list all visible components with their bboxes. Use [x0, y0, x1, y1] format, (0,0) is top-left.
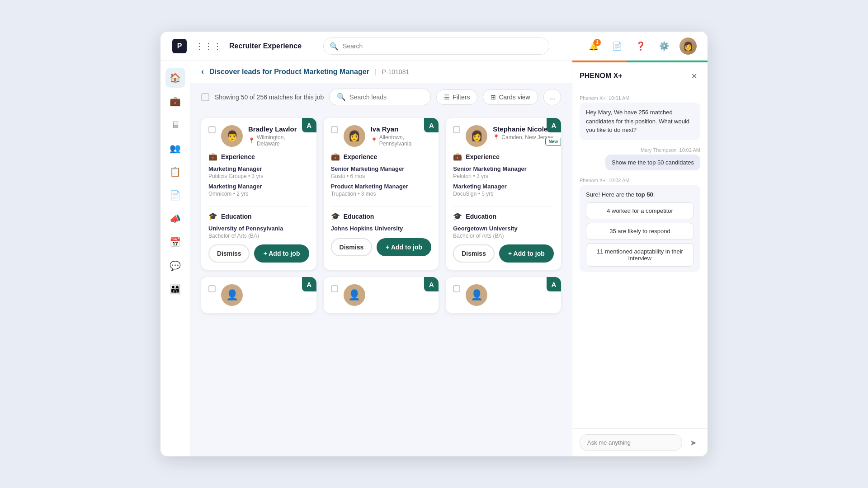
filters-button[interactable]: ☰ Filters: [436, 89, 477, 105]
candidate-avatar: 👨: [221, 125, 243, 147]
sidebar-item-jobs[interactable]: 💼: [165, 91, 185, 111]
grade-badge: A: [302, 118, 316, 132]
add-to-job-button[interactable]: + Add to job: [499, 244, 554, 263]
search-leads-input[interactable]: [349, 94, 423, 101]
job-entry: Senior Marketing Manager Peloton • 3 yrs: [453, 165, 554, 179]
insight-button-respond[interactable]: 35 are likely to respond: [586, 223, 694, 239]
main-body: 🏠 💼 🖥 👥 📋 📄 📣 📅 💬 👨‍👩‍👧 ‹ Discover leads…: [160, 61, 708, 456]
avatar[interactable]: 👩: [679, 38, 697, 55]
candidates-row-2: 👤 A 👤 A 👤: [201, 277, 561, 313]
candidate-card-partial: 👤 A: [324, 277, 439, 313]
dismiss-button[interactable]: Dismiss: [331, 238, 372, 256]
insight-button-adaptability[interactable]: 11 mentioned adaptability in their inter…: [586, 243, 694, 267]
filter-label: Filters: [453, 94, 470, 101]
card-checkbox[interactable]: [331, 126, 338, 133]
sidebar-item-home[interactable]: 🏠: [165, 68, 185, 88]
settings-button[interactable]: ⚙️: [656, 38, 672, 54]
back-button[interactable]: ‹: [201, 67, 204, 76]
add-to-job-button[interactable]: + Add to job: [377, 238, 431, 256]
sidebar-item-tasks[interactable]: 📋: [165, 162, 185, 182]
app-title: Recruiter Experience: [229, 42, 302, 50]
experience-section: 💼 Experience Senior Marketing Manager Gu…: [324, 152, 439, 206]
toolbar: Showing 50 of 256 matches for this job 🔍…: [190, 83, 572, 111]
card-checkbox[interactable]: [453, 126, 460, 133]
card-divider: [453, 206, 554, 206]
candidate-card: 👩 Iva Ryan 📍 Allentown, Pennsylvania A: [324, 118, 439, 270]
education-icon: 🎓: [331, 212, 340, 221]
school-degree: Bachelor of Arts (BA): [453, 233, 554, 239]
candidate-avatar: 👤: [344, 284, 365, 306]
global-search-bar: 🔍: [323, 38, 549, 55]
close-panel-button[interactable]: ✕: [688, 70, 700, 82]
card-checkbox[interactable]: [208, 126, 216, 133]
global-search-input[interactable]: [323, 38, 549, 55]
card-info: Bradley Lawlor 📍 Wilmington, Delaware: [248, 125, 309, 147]
chat-input-area: ➤: [572, 428, 708, 456]
grid-icon[interactable]: ⋮⋮⋮: [195, 41, 222, 52]
experience-icon: 💼: [208, 152, 217, 161]
bot-text-after: :: [653, 191, 655, 198]
add-to-job-button[interactable]: + Add to job: [254, 244, 309, 263]
candidates-row-1: 👨 Bradley Lawlor 📍 Wilmington, Delaware …: [201, 118, 561, 270]
card-header: 👩 Iva Ryan 📍 Allentown, Pennsylvania A: [324, 118, 439, 152]
more-options-button[interactable]: ...: [543, 89, 561, 105]
bot-message: Phenom X+ 10:01 AM Hey Mary, We have 256…: [580, 95, 700, 140]
cards-view-button[interactable]: ⊞ Cards view: [483, 89, 538, 105]
card-checkbox[interactable]: [453, 285, 460, 292]
message-sender: Phenom X+ 10:02 AM: [580, 178, 700, 183]
dismiss-button[interactable]: Dismiss: [208, 244, 250, 263]
sidebar-item-workspace[interactable]: 🖥: [165, 115, 185, 135]
sidebar-item-candidates[interactable]: 👥: [165, 138, 185, 158]
sidebar-item-messages[interactable]: 💬: [165, 256, 185, 276]
cards-area: 👨 Bradley Lawlor 📍 Wilmington, Delaware …: [190, 111, 572, 456]
bot-message: Phenom X+ 10:02 AM Sure! Here are the to…: [580, 178, 700, 272]
insight-button-competitor[interactable]: 4 worked for a competitor: [586, 202, 694, 219]
job-detail: Omnicom • 2 yrs: [208, 191, 309, 197]
help-button[interactable]: ❓: [632, 38, 649, 54]
location-icon: 📍: [371, 137, 377, 144]
sidebar-item-documents[interactable]: 📄: [165, 185, 185, 205]
section-title-experience: 💼 Experience: [453, 152, 554, 161]
card-header: 👨 Bradley Lawlor 📍 Wilmington, Delaware …: [201, 118, 316, 152]
school-name: Johns Hopkins University: [331, 225, 432, 232]
user-bubble: Show me the top 50 candidates: [605, 155, 700, 170]
candidate-name: Iva Ryan: [371, 125, 432, 133]
sidebar-item-calendar[interactable]: 📅: [165, 232, 185, 252]
user-message: Mary Thompson 10:02 AM Show me the top 5…: [580, 147, 700, 170]
sidebar-item-teams[interactable]: 👨‍👩‍👧: [165, 279, 185, 299]
job-title: Senior Marketing Manager: [453, 165, 554, 172]
chat-input[interactable]: [580, 434, 682, 451]
notification-button[interactable]: 🔔 1: [585, 38, 602, 54]
sidebar-item-campaigns[interactable]: 📣: [165, 209, 185, 229]
candidate-location: 📍 Wilmington, Delaware: [248, 134, 309, 147]
school-name: University of Pennsylvania: [208, 225, 309, 232]
job-title: Product Marketing Manager: [331, 183, 432, 190]
candidate-name: Stephanie Nicole: [493, 125, 554, 133]
content-area: ‹ Discover leads for Product Marketing M…: [190, 61, 572, 456]
education-icon: 🎓: [453, 212, 462, 221]
card-info: Iva Ryan 📍 Allentown, Pennsylvania: [371, 125, 432, 147]
top-nav: P ⋮⋮⋮ Recruiter Experience 🔍 🔔 1 📄 ❓ ⚙️ …: [160, 32, 708, 61]
school-degree: Bachelor of Arts (BA): [208, 233, 309, 239]
card-header: 👤 A: [201, 277, 316, 311]
documents-button[interactable]: 📄: [609, 38, 625, 54]
job-entry: Senior Marketing Manager Gusto • 6 mos: [331, 165, 432, 179]
card-checkbox[interactable]: [331, 285, 338, 292]
dismiss-button[interactable]: Dismiss: [453, 244, 494, 263]
card-header: 👤 A: [324, 277, 439, 311]
send-button[interactable]: ➤: [686, 436, 700, 450]
candidate-avatar: 👤: [221, 284, 243, 306]
candidate-location: 📍 Camden, New Jersey: [493, 134, 554, 141]
grade-badge: A: [424, 118, 439, 132]
select-all-checkbox[interactable]: [201, 93, 209, 101]
job-title: Marketing Manager: [453, 183, 554, 190]
job-entry: Product Marketing Manager Trupaction • 3…: [331, 183, 432, 197]
card-header: 👩 Stephanie Nicole 📍 Camden, New Jersey …: [446, 118, 561, 152]
nav-icons: 🔔 1 📄 ❓ ⚙️ 👩: [585, 38, 697, 55]
panel-header: PHENOM X+ ✕: [572, 62, 708, 88]
candidate-card-partial: 👤 A: [201, 277, 316, 313]
cards-view-icon: ⊞: [491, 94, 496, 101]
results-count: Showing 50 of 256 matches for this job: [215, 94, 324, 101]
card-checkbox[interactable]: [208, 285, 216, 292]
card-divider: [331, 206, 432, 206]
